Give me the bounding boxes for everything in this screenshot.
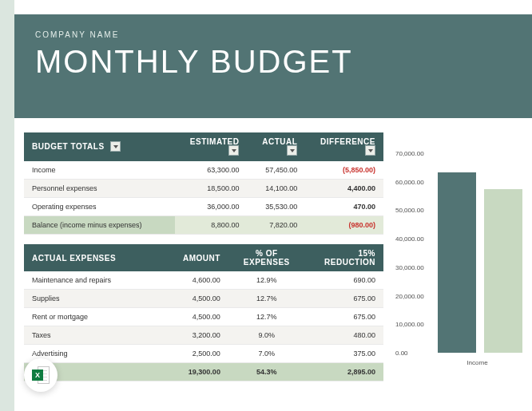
row-label: Operating expenses: [24, 198, 175, 216]
actual-expenses-table: ACTUAL EXPENSES AMOUNT % OF EXPENSES 15%…: [24, 244, 383, 381]
row-difference: (980.00): [305, 216, 383, 235]
row-reduction: 480.00: [305, 326, 383, 345]
excel-icon: X: [32, 366, 50, 384]
row-amount: 19,300.00: [175, 363, 228, 381]
filter-icon[interactable]: [110, 141, 121, 152]
row-amount: 3,200.00: [175, 326, 228, 345]
chart-x-label: Income: [395, 359, 527, 366]
row-label: Taxes: [24, 326, 175, 345]
row-pct: 12.7%: [228, 308, 305, 326]
col-amount: AMOUNT: [183, 254, 220, 263]
row-difference: (5,850.00): [305, 161, 383, 180]
col-expenses-label: ACTUAL EXPENSES: [32, 254, 116, 263]
table-row: Personnel expenses18,500.0014,100.004,40…: [24, 180, 383, 198]
chart-y-tick: 10,000.00: [395, 321, 424, 328]
row-label: Balance (income minus expenses): [24, 216, 175, 235]
row-label: Supplies: [24, 290, 175, 308]
row-actual: 14,100.00: [247, 180, 305, 198]
header-block: COMPANY NAME MONTHLY BUDGET: [14, 14, 532, 118]
filter-icon[interactable]: [365, 145, 375, 156]
summary-row: 19,300.0054.3%2,895.00: [24, 363, 383, 381]
row-reduction: 375.00: [305, 345, 383, 363]
row-actual: 7,820.00: [247, 216, 305, 235]
row-amount: 4,600.00: [175, 271, 228, 290]
chart-y-tick: 70,000.00: [395, 150, 424, 157]
row-label: Rent or mortgage: [24, 308, 175, 326]
table-row: Operating expenses36,000.0035,530.00470.…: [24, 198, 383, 216]
row-pct: 7.0%: [228, 345, 305, 363]
row-estimated: 36,000.00: [175, 198, 247, 216]
company-label: COMPANY NAME: [35, 30, 511, 39]
balance-row: Balance (income minus expenses)8,800.007…: [24, 216, 383, 235]
row-pct: 54.3%: [228, 363, 305, 381]
row-pct: 12.7%: [228, 290, 305, 308]
col-pct: % OF EXPENSES: [244, 249, 290, 267]
row-reduction: 2,895.00: [305, 363, 383, 381]
table-row: Taxes3,200.009.0%480.00: [24, 326, 383, 345]
row-amount: 2,500.00: [175, 345, 228, 363]
row-pct: 9.0%: [228, 326, 305, 345]
row-difference: 4,400.00: [305, 180, 383, 198]
chart-y-tick: 60,000.00: [395, 178, 424, 185]
chart-y-tick: 30,000.00: [395, 263, 424, 271]
row-estimated: 18,500.00: [175, 180, 247, 198]
row-amount: 4,500.00: [175, 290, 228, 308]
row-pct: 12.9%: [228, 271, 305, 290]
chart-y-tick: 20,000.00: [395, 292, 424, 299]
row-estimated: 63,300.00: [175, 161, 247, 180]
row-reduction: 675.00: [305, 308, 383, 326]
col-label: BUDGET TOTALS: [32, 142, 105, 151]
page-title: MONTHLY BUDGET: [35, 44, 511, 80]
row-label: Maintenance and repairs: [24, 271, 175, 290]
table-row: Rent or mortgage4,500.0012.7%675.00: [24, 308, 383, 326]
row-amount: 4,500.00: [175, 308, 228, 326]
filter-icon[interactable]: [287, 145, 297, 156]
budget-chart: 0.0010,000.0020,000.0030,000.0040,000.00…: [395, 153, 527, 377]
chart-y-tick: 0.00: [395, 350, 408, 357]
row-estimated: 8,800.00: [175, 216, 247, 235]
main-content: BUDGET TOTALS ESTIMATED ACTUAL DIFFERENC…: [24, 132, 383, 381]
table-row: Income63,300.0057,450.00(5,850.00): [24, 161, 383, 180]
chart-bar: [484, 189, 522, 353]
row-reduction: 675.00: [305, 290, 383, 308]
filter-icon[interactable]: [228, 145, 239, 156]
row-actual: 35,530.00: [247, 198, 305, 216]
table-row: Supplies4,500.0012.7%675.00: [24, 290, 383, 308]
col-reduction: 15% REDUCTION: [324, 249, 375, 267]
chart-y-tick: 50,000.00: [395, 207, 424, 214]
excel-badge[interactable]: X: [24, 358, 58, 392]
row-label: Income: [24, 161, 175, 180]
side-strip: [0, 0, 14, 411]
row-actual: 57,450.00: [247, 161, 305, 180]
chart-y-tick: 40,000.00: [395, 235, 424, 243]
row-difference: 470.00: [305, 198, 383, 216]
table-row: Maintenance and repairs4,600.0012.9%690.…: [24, 271, 383, 290]
table-row: Advertising2,500.007.0%375.00: [24, 345, 383, 363]
row-label: Personnel expenses: [24, 180, 175, 198]
row-reduction: 690.00: [305, 271, 383, 290]
chart-bar: [438, 172, 476, 353]
budget-totals-table: BUDGET TOTALS ESTIMATED ACTUAL DIFFERENC…: [24, 132, 383, 235]
